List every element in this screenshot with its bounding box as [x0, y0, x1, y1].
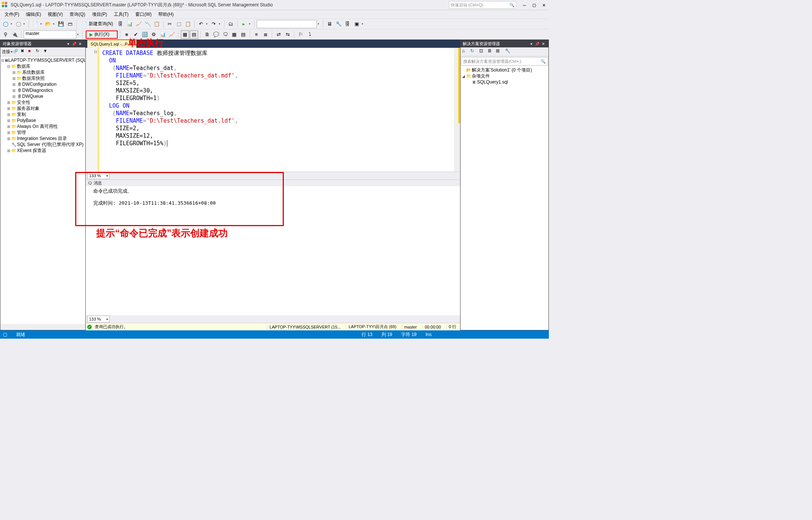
zoom-combo[interactable]: 133 % ▾	[87, 172, 110, 179]
results-file-icon[interactable]: 🗎	[203, 30, 211, 39]
expand-icon[interactable]: ⊞	[6, 125, 11, 129]
save-button[interactable]: 💾	[57, 20, 65, 28]
disconnect-icon[interactable]: ✖	[21, 49, 27, 55]
results-grid-icon[interactable]: ▦	[181, 30, 189, 39]
misc4-icon[interactable]: ⤵	[306, 30, 314, 39]
menu-view[interactable]: 视图(V)	[45, 11, 66, 18]
tree-node[interactable]: ⊞📁管理	[0, 129, 85, 135]
copy-button[interactable]: ⬚	[175, 20, 183, 28]
expand-icon[interactable]: ⊟	[1, 58, 4, 62]
open-button[interactable]: 📂	[44, 20, 52, 28]
execute-button[interactable]: ▶ 执行(X)	[86, 30, 118, 39]
expand-icon[interactable]: ⊞	[6, 113, 11, 117]
parse-icon[interactable]: ✔	[132, 30, 140, 39]
close-icon[interactable]: ✕	[77, 42, 83, 46]
undo-button[interactable]: ↶	[197, 20, 205, 28]
stop-icon[interactable]: ■	[28, 49, 35, 55]
refresh-icon[interactable]: ↻	[36, 49, 42, 55]
maximize-button[interactable]: ▢	[531, 2, 538, 8]
home-icon[interactable]: ⌂	[462, 48, 470, 56]
menu-edit[interactable]: 编辑(E)	[23, 11, 44, 18]
menu-help[interactable]: 帮助(H)	[155, 11, 177, 18]
filter-icon[interactable]: ▼	[43, 49, 50, 55]
messages-tab-label[interactable]: 消息	[94, 180, 102, 186]
menu-query[interactable]: 查询(Q)	[67, 11, 88, 18]
live-stats-icon[interactable]: 📈	[168, 30, 176, 39]
pin-icon[interactable]: 📌	[534, 42, 540, 46]
include-plan-icon[interactable]: 📊	[159, 30, 167, 39]
minimize-button[interactable]: —	[521, 2, 528, 8]
tree-node[interactable]: ◢📁杂项文件	[461, 73, 548, 79]
document-tab[interactable]: SQLQuery1.sql -...P ✕	[87, 40, 136, 48]
specify-icon[interactable]: ⇄	[274, 30, 283, 39]
comment-icon[interactable]: 💬	[212, 30, 220, 39]
tree-node[interactable]: ⊞📁系统数据库	[0, 69, 85, 75]
tree-node[interactable]: ⊞📁复制	[0, 111, 85, 117]
expand-icon[interactable]: ⊞	[12, 76, 16, 81]
redo-button[interactable]: ↷	[210, 20, 218, 28]
nav-fwd-button[interactable]: ◯	[14, 20, 23, 28]
new-query-button[interactable]: 📄 新建查询(N)	[79, 20, 116, 28]
close-icon[interactable]: ✕	[540, 42, 546, 46]
query-options-icon[interactable]: ⚙	[150, 30, 158, 39]
dropdown-icon[interactable]: ▾	[528, 42, 534, 46]
zoom-combo-bottom[interactable]: 133 % ▾	[87, 316, 110, 322]
window-layout-icon[interactable]: ▣	[353, 20, 361, 28]
expand-icon[interactable]: ⊞	[6, 149, 11, 153]
xmla-query-icon[interactable]: 📋	[153, 20, 161, 28]
save-all-button[interactable]: 🗃	[66, 20, 74, 28]
as-query-icon[interactable]: 📊	[126, 20, 134, 28]
object-explorer-tree[interactable]: ⊟🖥LAPTOP-TYY\MSSQLSERVERT (SQL⊟📁数据库⊞📁系统数…	[0, 56, 85, 324]
collapse-icon[interactable]: ⊡	[479, 48, 487, 56]
misc2-icon[interactable]: ▤	[239, 30, 247, 39]
solution-tree[interactable]: 📂解决方案'Solution1' (0 个项目)◢📁杂项文件🗎SQLQuery1…	[461, 66, 548, 330]
find-combo[interactable]	[257, 20, 317, 28]
tree-node[interactable]: 📂解决方案'Solution1' (0 个项目)	[461, 67, 548, 73]
expand-icon[interactable]: ⊞	[12, 94, 16, 99]
expand-icon[interactable]: ⊟	[6, 64, 11, 68]
expand-icon[interactable]: ⊞	[6, 119, 11, 123]
tree-node[interactable]: ⊞📁Integration Services 目录	[0, 135, 85, 141]
sqlcmd-icon[interactable]: ⚐	[297, 30, 305, 39]
tree-node[interactable]: ⊞📁Always On 高可用性	[0, 123, 85, 129]
expand-icon[interactable]: ⊞	[12, 70, 16, 75]
code-editor[interactable]: ⊟ CREATE DATABASE 教师授课管理数据库 ON (NAME=Tea…	[86, 48, 460, 172]
properties-icon[interactable]: 🔧	[505, 48, 512, 56]
editor-vscroll[interactable]	[454, 48, 460, 172]
expand-icon[interactable]: ⊞	[6, 131, 11, 135]
registered-servers-icon[interactable]: 🖥	[326, 20, 334, 28]
dmx-query-icon[interactable]: 📉	[144, 20, 152, 28]
menu-file[interactable]: 文件(F)	[2, 11, 22, 18]
tree-node[interactable]: ⊞📁安全性	[0, 99, 85, 105]
menu-project[interactable]: 项目(P)	[89, 11, 110, 18]
db-engine-query-icon[interactable]: 🗄	[117, 20, 125, 28]
misc3-icon[interactable]: ⇆	[283, 30, 292, 39]
properties-icon[interactable]: 🔧	[335, 20, 343, 28]
misc-icon[interactable]: ⊞	[496, 48, 503, 56]
tree-node[interactable]: ⊟🖥LAPTOP-TYY\MSSQLSERVERT (SQL	[0, 57, 85, 63]
uncomment-icon[interactable]: 🗨	[221, 30, 229, 39]
expand-icon[interactable]: ◢	[461, 74, 466, 78]
tree-node[interactable]: ⊟📁数据库	[0, 63, 85, 69]
database-combo[interactable]: master	[24, 30, 76, 39]
show-all-icon[interactable]: 🗎	[488, 48, 495, 56]
code-area[interactable]: CREATE DATABASE 教师授课管理数据库 ON (NAME=Teach…	[98, 48, 454, 172]
close-button[interactable]: ✕	[541, 2, 547, 8]
tree-node[interactable]: ⊞📁XEvent 探查器	[0, 147, 85, 154]
expand-icon[interactable]: ⊞	[6, 106, 11, 111]
tree-node[interactable]: ⊞🛢DWConfiguration	[0, 81, 85, 87]
cancel-query-icon[interactable]: ■	[123, 30, 131, 39]
tree-node[interactable]: ⊞🛢DWDiagnostics	[0, 87, 85, 93]
tree-node[interactable]: 🔧SQL Server 代理(已禁用代理 XP)	[0, 141, 85, 147]
solution-search-input[interactable]: 搜索解决方案资源管理器(Ctrl+;) 🔍	[461, 57, 548, 65]
paste-button[interactable]: 📋	[184, 20, 192, 28]
expand-icon[interactable]: ⊞	[12, 82, 16, 87]
connect-icon[interactable]: ⚲	[2, 30, 10, 39]
expand-icon[interactable]: ⊞	[6, 137, 11, 141]
menu-window[interactable]: 窗口(W)	[132, 11, 155, 18]
new-project-button[interactable]: 📄	[31, 20, 39, 28]
tree-node[interactable]: ⊞📁PolyBase	[0, 117, 85, 123]
indent-icon[interactable]: ≡	[252, 30, 261, 39]
expand-icon[interactable]: ⊞	[6, 100, 11, 105]
tree-node[interactable]: ⊞🛢DWQueue	[0, 93, 85, 99]
